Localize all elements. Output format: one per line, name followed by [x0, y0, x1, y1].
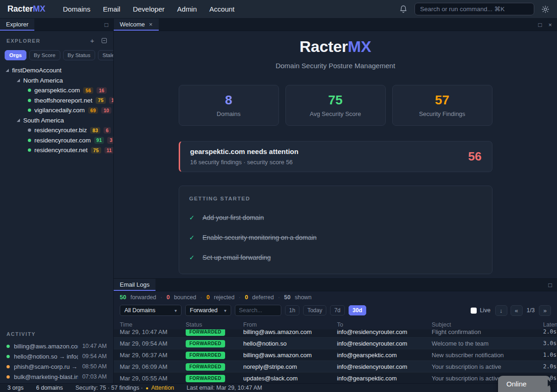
- activity-item[interactable]: bulk@marketing-blast.info ... 07:03 AM: [6, 372, 107, 382]
- stat-deferred-value: 0: [245, 294, 248, 301]
- collapse-all-icon[interactable]: [102, 38, 107, 43]
- statusbar-domains: 6 domains: [36, 385, 63, 391]
- menu-item-admin[interactable]: Admin: [177, 5, 197, 13]
- menu-item-developer[interactable]: Developer: [133, 5, 164, 13]
- main-maximize-icon[interactable]: □: [538, 21, 542, 28]
- getting-started-header: GETTING STARTED: [189, 196, 482, 201]
- range-chip-30d[interactable]: 30d: [349, 305, 367, 315]
- domain-status-dot: [28, 89, 31, 92]
- menu-item-domains[interactable]: Domains: [63, 5, 90, 13]
- menu-item-email[interactable]: Email: [103, 5, 121, 13]
- tree-label: firstDemoAccount: [12, 67, 62, 74]
- theme-toggle-sun-icon[interactable]: [541, 5, 550, 13]
- table-row[interactable]: Mar 29, 06:09 AM FORWARDED noreply@strip…: [114, 361, 557, 373]
- tab-welcome[interactable]: Welcome ×: [114, 19, 159, 31]
- table-row[interactable]: Mar 29, 06:37 AM FORWARDED billing@aws.a…: [114, 349, 557, 361]
- hero-title-2: MX: [348, 38, 371, 55]
- status-badge: FORWARDED: [186, 375, 225, 382]
- app-logo[interactable]: RacterMX: [7, 4, 45, 14]
- menu-item-account[interactable]: Account: [209, 5, 234, 13]
- email-search-input[interactable]: [235, 305, 281, 316]
- range-chip-7d[interactable]: 7d: [330, 305, 344, 315]
- chip-stale[interactable]: Stale: [98, 50, 114, 60]
- tree-item-domain[interactable]: residencyrouter.net 75 11: [0, 145, 113, 155]
- stat-card-findings[interactable]: 57 Security Findings: [392, 85, 492, 126]
- prev-page-button[interactable]: «: [511, 305, 523, 316]
- table-row[interactable]: Mar 29, 05:55 AM FORWARDED updates@slack…: [114, 373, 557, 383]
- logo-text-1: Racter: [7, 4, 33, 13]
- status-filter-select[interactable]: Forwarded ▾: [185, 305, 231, 316]
- add-org-icon[interactable]: +: [90, 37, 94, 45]
- export-download-button[interactable]: ↓: [495, 305, 507, 316]
- activity-item[interactable]: billing@aws.amazon.com ... 10:47 AM: [6, 341, 107, 351]
- alert-text-block: gearspektic.com needs attention 16 secur…: [190, 148, 298, 166]
- activity-status-dot: [6, 365, 10, 368]
- caret-icon[interactable]: [6, 69, 9, 72]
- tree-item-domain[interactable]: theoffshorereport.net 75 11: [0, 96, 113, 106]
- tree-label: North America: [23, 77, 63, 84]
- statusbar-last-email: Last email: Mar 29, 10:47 AM: [187, 385, 262, 391]
- tree-item-org[interactable]: firstDemoAccount: [0, 65, 113, 76]
- tree-item-domain[interactable]: gearspektic.com 56 16: [0, 85, 113, 96]
- activity-text: billing@aws.amazon.com ...: [14, 343, 78, 350]
- domain-status-dot: [28, 139, 31, 142]
- tree-item-group[interactable]: North America: [0, 76, 113, 86]
- tree-item-domain[interactable]: vigilancedaily.com 69 10: [0, 105, 113, 116]
- tree-label: residencyrouter.net: [34, 147, 88, 154]
- separator: ·: [201, 294, 202, 301]
- findings-badge: 11: [104, 147, 114, 154]
- tree-item-domain[interactable]: residencyrouter.com 91 3: [0, 135, 113, 146]
- checklist-item[interactable]: ✓ Add your first domain: [189, 214, 482, 221]
- explorer-filter-chips: Orgs By Score By Status Stale: [0, 49, 113, 65]
- main-close-icon[interactable]: ×: [548, 21, 552, 28]
- caret-icon[interactable]: [17, 119, 20, 122]
- cell-to: info@gearspektic.com: [337, 352, 432, 359]
- email-logs-tabstrip: Email Logs □: [114, 279, 557, 291]
- checklist-label: Enable security monitoring on a domain: [202, 234, 317, 241]
- status-badge: FORWARDED: [186, 352, 225, 359]
- activity-item[interactable]: phish@scam-corp.ru → inf... 08:50 AM: [6, 361, 107, 372]
- notifications-bell-icon[interactable]: [399, 5, 408, 13]
- checklist-item[interactable]: ✓ Enable security monitoring on a domain: [189, 234, 482, 241]
- next-page-button[interactable]: »: [539, 305, 551, 316]
- domain-filter-select[interactable]: All Domains ▾: [120, 305, 181, 316]
- activity-header: ACTIVITY: [6, 331, 107, 337]
- activity-text: hello@notion.so → info@re...: [14, 353, 78, 360]
- findings-badge: 16: [97, 87, 107, 94]
- activity-time: 09:54 AM: [82, 353, 107, 360]
- email-logs-maximize-icon[interactable]: □: [548, 282, 552, 289]
- range-chip-1h[interactable]: 1h: [285, 305, 299, 315]
- activity-panel: ACTIVITY billing@aws.amazon.com ... 10:4…: [0, 328, 113, 383]
- chip-by-score[interactable]: By Score: [29, 50, 60, 60]
- activity-item[interactable]: hello@notion.so → info@re... 09:54 AM: [6, 351, 107, 361]
- sidebar-maximize-icon[interactable]: □: [104, 21, 108, 28]
- tab-explorer[interactable]: Explorer: [0, 19, 34, 31]
- chip-orgs[interactable]: Orgs: [5, 50, 26, 60]
- stat-forwarded-value: 50: [120, 294, 126, 301]
- checklist-item[interactable]: ✓ Set up email forwarding: [189, 254, 482, 261]
- cell-to: info@residencyrouter.com: [337, 363, 432, 370]
- stat-card-domains[interactable]: 8 Domains: [179, 85, 279, 126]
- table-row[interactable]: Mar 29, 09:54 AM FORWARDED hello@notion.…: [114, 338, 557, 349]
- tree-item-group[interactable]: South America: [0, 116, 113, 126]
- cell-latency: 2.0s: [543, 328, 557, 335]
- attention-alert[interactable]: gearspektic.com needs attention 16 secur…: [179, 141, 492, 172]
- attention-dot-icon: ●: [146, 386, 149, 391]
- chip-by-status[interactable]: By Status: [63, 50, 95, 60]
- live-label: Live: [480, 307, 491, 314]
- findings-badge: 3: [107, 137, 114, 144]
- tree-item-domain[interactable]: residencyrouter.biz 83 6: [0, 125, 113, 135]
- command-search-input[interactable]: [415, 3, 534, 15]
- tab-close-icon[interactable]: ×: [149, 21, 153, 28]
- email-logs-panel: Email Logs □ 50 forwarded · 0 bounced · …: [114, 278, 557, 383]
- range-chip-today[interactable]: Today: [303, 305, 326, 315]
- stat-forwarded-label: forwarded: [130, 294, 156, 301]
- cell-to: info@gearspektic.com: [337, 375, 432, 382]
- live-checkbox[interactable]: [471, 308, 477, 314]
- hero-title: RacterMX: [114, 38, 557, 56]
- caret-icon[interactable]: [17, 79, 20, 82]
- stat-card-avg-score[interactable]: 75 Avg Security Score: [285, 85, 386, 126]
- cell-from: hello@notion.so: [243, 340, 337, 347]
- tab-email-logs[interactable]: Email Logs: [114, 279, 155, 291]
- stat-shown-label: shown: [295, 294, 311, 301]
